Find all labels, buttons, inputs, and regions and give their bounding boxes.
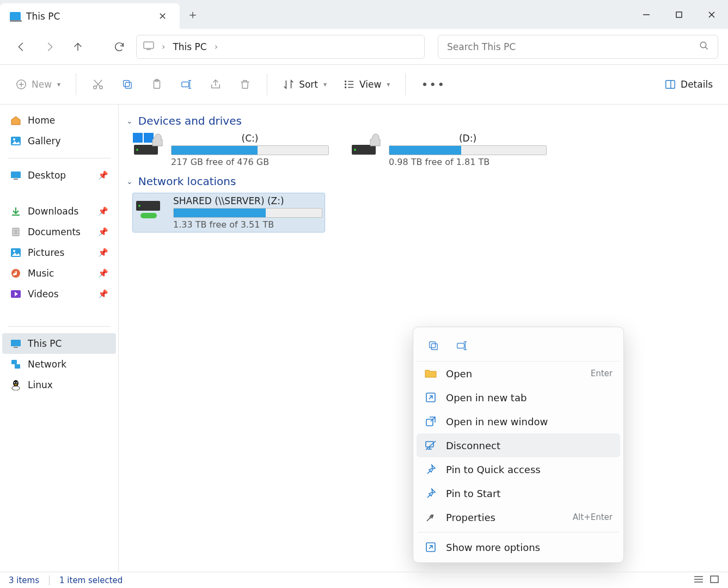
more-options-icon (424, 541, 437, 554)
maximize-button[interactable] (663, 0, 695, 29)
sidebar-item-music[interactable]: Music 📌 (2, 263, 116, 284)
address-bar[interactable]: › This PC › (136, 35, 425, 59)
folder-icon (424, 367, 437, 380)
sidebar-item-videos[interactable]: Videos 📌 (2, 284, 116, 304)
separator (267, 74, 267, 95)
ctx-label: Open (446, 368, 472, 379)
cut-button[interactable] (86, 72, 110, 96)
monitor-icon (10, 338, 22, 349)
sidebar-item-desktop[interactable]: Desktop 📌 (2, 165, 116, 186)
sidebar-label: Linux (28, 379, 53, 390)
group-devices-header[interactable]: ⌄ Devices and drives (126, 114, 721, 127)
svg-point-50 (354, 149, 356, 151)
ctx-open-new-tab[interactable]: Open in new tab (417, 385, 620, 409)
svg-point-6 (700, 42, 706, 48)
search-input[interactable] (447, 41, 699, 52)
sidebar-item-home[interactable]: Home (2, 110, 116, 131)
tab-this-pc[interactable]: This PC ✕ (0, 3, 180, 29)
status-item-count: 3 items (9, 575, 39, 585)
drive-free: 1.33 TB free of 3.51 TB (173, 219, 322, 230)
svg-rect-37 (14, 347, 18, 348)
view-icons-button[interactable] (709, 575, 719, 586)
new-tab-button[interactable]: ＋ (180, 0, 206, 29)
svg-rect-38 (11, 360, 17, 364)
copy-button[interactable] (115, 72, 139, 96)
back-button[interactable] (10, 35, 33, 58)
svg-point-18 (345, 87, 346, 88)
sidebar-label: Documents (28, 226, 81, 237)
rename-button[interactable] (449, 335, 474, 357)
music-icon (10, 268, 22, 279)
new-button[interactable]: New ▾ (10, 72, 66, 96)
pin-icon (424, 487, 437, 500)
sidebar-label: Videos (28, 289, 59, 299)
minimize-button[interactable] (630, 0, 663, 29)
pin-icon: 📌 (98, 289, 108, 299)
up-button[interactable] (66, 35, 89, 58)
paste-button[interactable] (145, 72, 169, 96)
sidebar-item-pictures[interactable]: Pictures 📌 (2, 242, 116, 263)
ctx-disconnect[interactable]: Disconnect (417, 433, 620, 457)
sidebar-item-documents[interactable]: Documents 📌 (2, 222, 116, 242)
copy-button[interactable] (421, 335, 446, 357)
ctx-pin-start[interactable]: Pin to Start (417, 481, 620, 505)
tab-title: This PC (26, 11, 150, 22)
details-pane-button[interactable]: Details (659, 72, 718, 96)
group-network-header[interactable]: ⌄ Network locations (126, 175, 721, 188)
window-controls (630, 0, 728, 29)
ctx-open-new-window[interactable]: Open in new window (417, 409, 620, 433)
refresh-button[interactable] (108, 35, 131, 58)
view-label: View (359, 79, 381, 90)
sidebar-item-linux[interactable]: Linux (2, 375, 116, 395)
drive-d[interactable]: (D:) 0.98 TB free of 1.81 TB (351, 133, 547, 167)
ctx-pin-quick[interactable]: Pin to Quick access (417, 457, 620, 481)
ctx-label: Pin to Start (446, 488, 500, 499)
search-box[interactable] (438, 35, 718, 59)
svg-point-33 (13, 250, 15, 252)
sidebar-label: This PC (28, 338, 62, 349)
svg-rect-55 (430, 342, 436, 348)
rename-button[interactable] (174, 72, 198, 96)
sidebar-item-gallery[interactable]: Gallery (2, 131, 116, 151)
sidebar-item-network[interactable]: Network (2, 354, 116, 375)
chevron-down-icon: ⌄ (126, 177, 133, 186)
svg-rect-47 (144, 133, 154, 143)
chevron-right-icon: › (215, 41, 218, 52)
close-tab-button[interactable]: ✕ (155, 8, 170, 24)
desktop-icon (10, 170, 22, 181)
drive-name: (D:) (389, 133, 547, 144)
ctx-show-more[interactable]: Show more options (417, 535, 620, 559)
sort-button[interactable]: Sort ▾ (277, 72, 332, 96)
svg-line-7 (705, 47, 708, 50)
svg-rect-1 (676, 12, 682, 17)
sidebar-item-downloads[interactable]: Downloads 📌 (2, 201, 116, 222)
gallery-icon (10, 136, 22, 146)
svg-line-62 (426, 441, 436, 450)
close-window-button[interactable] (695, 0, 728, 29)
pin-icon: 📌 (98, 170, 108, 180)
svg-point-45 (136, 149, 138, 151)
drive-z[interactable]: SHARED (\\SERVER) (Z:) 1.33 TB free of 3… (133, 193, 325, 232)
chevron-down-icon: ▾ (387, 81, 390, 88)
share-button[interactable] (204, 72, 228, 96)
ctx-properties[interactable]: Properties Alt+Enter (417, 505, 620, 529)
sidebar-label: Network (28, 359, 66, 370)
ctx-label: Open in new tab (446, 392, 527, 403)
sidebar-item-thispc[interactable]: This PC (2, 333, 116, 354)
delete-button[interactable] (233, 72, 257, 96)
drive-c[interactable]: (C:) 217 GB free of 476 GB (133, 133, 329, 167)
downloads-icon (10, 206, 22, 217)
ctx-label: Show more options (446, 542, 540, 553)
forward-button[interactable] (38, 35, 61, 58)
chevron-down-icon: ⌄ (126, 117, 133, 125)
ctx-open[interactable]: Open Enter (417, 362, 620, 385)
drive-name: (C:) (171, 133, 329, 144)
svg-point-17 (345, 84, 346, 85)
view-button[interactable]: View ▾ (338, 72, 395, 96)
svg-point-43 (16, 382, 17, 383)
sidebar-label: Downloads (28, 206, 78, 217)
view-list-button[interactable] (693, 575, 704, 586)
more-button[interactable]: ••• (415, 72, 451, 96)
separator (418, 532, 619, 532)
breadcrumb[interactable]: This PC (173, 41, 206, 52)
